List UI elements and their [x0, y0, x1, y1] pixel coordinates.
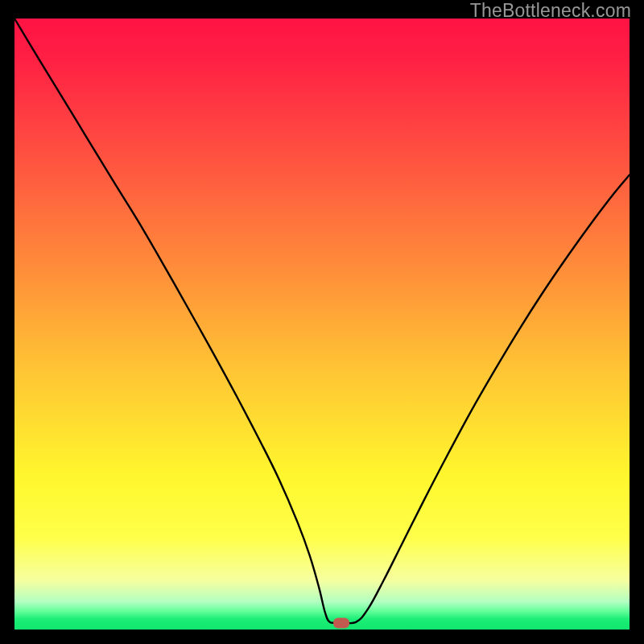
plot-area: [14, 19, 630, 630]
chart-stage: TheBottleneck.com: [0, 0, 644, 644]
optimum-marker: [333, 618, 349, 629]
bottleneck-curve: [14, 19, 630, 630]
